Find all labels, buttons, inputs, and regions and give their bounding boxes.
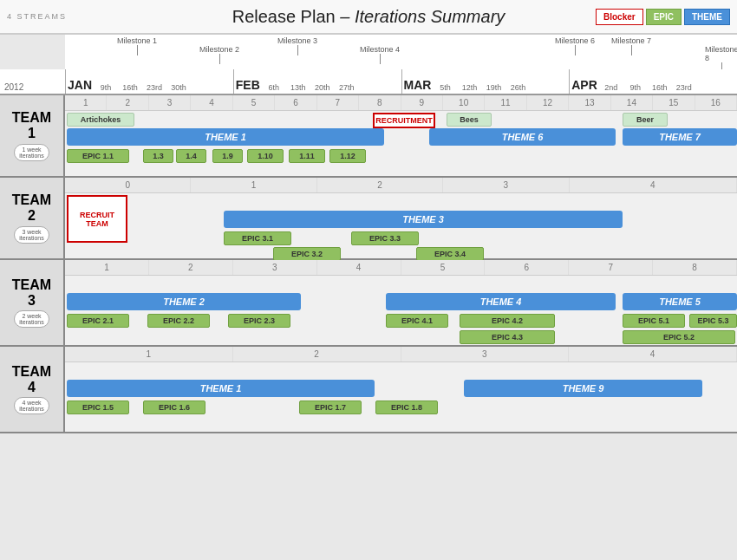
team-2-sprints: 0 1 2 3 4 — [65, 178, 737, 193]
epic-1-7: EPIC 1.7 — [299, 400, 362, 414]
team-1-label: TEAM1 1 weekiterations — [0, 95, 65, 176]
epic-1-3: 1.3 — [143, 149, 173, 163]
bees-task: Bees — [447, 113, 492, 127]
team-2-items: RECRUITTEAM THEME 3 EPIC 3.1 EPIC 3.3 EP… — [65, 193, 737, 258]
milestone-row: Milestone 1 Milestone 2 Milestone 3 Mile… — [65, 35, 737, 69]
month-mar: MAR 5th 12th 19th 26th — [401, 69, 570, 94]
theme-9-t4: THEME 9 — [464, 380, 702, 397]
epic-1-8: EPIC 1.8 — [375, 400, 438, 414]
theme-4-t3: THEME 4 — [386, 293, 616, 310]
epic-4-1: EPIC 4.1 — [386, 314, 448, 328]
theme-1-t4: THEME 1 — [67, 380, 375, 397]
month-apr: APR 2nd 9th 16th 23rd — [569, 69, 737, 94]
theme-1-t1: THEME 1 — [67, 128, 384, 146]
epic-1-4: 1.4 — [176, 149, 206, 163]
team-1-iterations: 1 weekiterations — [14, 144, 49, 161]
team-3-content: 1 2 3 4 5 6 7 8 THEME 2 THEME 4 THEME 5 … — [65, 260, 737, 345]
team-3-sprints: 1 2 3 4 5 6 7 8 — [65, 260, 737, 276]
month-feb: FEB 6th 13th 20th 27th — [233, 69, 401, 94]
epic-1-12: 1.12 — [329, 149, 366, 163]
team-4-content: 1 2 3 4 THEME 1 THEME 9 EPIC 1.5 EPIC 1.… — [65, 347, 737, 432]
badge-blocker[interactable]: Blocker — [596, 9, 643, 25]
epic-4-3: EPIC 4.3 — [460, 330, 555, 344]
team-2-row: TEAM2 3 weekiterations 0 1 2 3 4 RECRUIT… — [0, 178, 737, 260]
team-4-items: THEME 1 THEME 9 EPIC 1.5 EPIC 1.6 EPIC 1… — [65, 362, 737, 432]
team-3-row: TEAM3 2 weekiterations 1 2 3 4 5 6 7 8 T… — [0, 260, 737, 347]
epic-4-2: EPIC 4.2 — [460, 314, 555, 328]
theme-6-t1: THEME 6 — [429, 128, 616, 146]
epic-2-2: EPIC 2.2 — [147, 314, 210, 328]
epic-3-2: EPIC 3.2 — [273, 247, 341, 261]
epic-3-3: EPIC 3.3 — [351, 231, 419, 245]
team-2-content: 0 1 2 3 4 RECRUITTEAM THEME 3 EPIC 3.1 E… — [65, 178, 737, 258]
team-1-sprints: 12345678910111213141516 — [65, 95, 737, 111]
team-1-row: TEAM1 1 weekiterations 12345678910111213… — [0, 95, 737, 178]
epic-1-6: EPIC 1.6 — [143, 400, 205, 414]
team-1-content: 12345678910111213141516 Artichokes RECRU… — [65, 95, 737, 176]
team-4-row: TEAM4 4 weekiterations 1 2 3 4 THEME 1 T… — [0, 347, 737, 433]
team-4-sprints: 1 2 3 4 — [65, 347, 737, 362]
artichokes-task: Artichokes — [67, 113, 134, 127]
team-1-items: Artichokes RECRUITMENT Bees Beer THEME 1… — [65, 111, 737, 176]
year-label: 2012 — [4, 82, 23, 92]
badges-area: Blocker EPIC THEME — [596, 9, 730, 25]
team-3-name: TEAM3 — [12, 277, 51, 308]
date-row: 2012 JAN 9th 16th 23rd 30th FEB 6th 13th… — [0, 69, 737, 95]
team-1-name: TEAM1 — [12, 110, 51, 140]
beer-task: Beer — [623, 113, 668, 127]
streams-label: 4 STREAMS — [7, 12, 67, 21]
team-2-name: TEAM2 — [12, 192, 51, 223]
badge-epic[interactable]: EPIC — [646, 9, 682, 25]
team-4-name: TEAM4 — [12, 364, 51, 394]
milestone-4: Milestone 4 — [360, 45, 400, 64]
team-3-label: TEAM3 2 weekiterations — [0, 260, 65, 345]
theme-7-t1: THEME 7 — [623, 128, 737, 146]
epic-1-5: EPIC 1.5 — [67, 400, 129, 414]
epic-1-10: 1.10 — [247, 149, 284, 163]
team-2-label: TEAM2 3 weekiterations — [0, 178, 65, 258]
epic-3-4: EPIC 3.4 — [416, 247, 484, 261]
month-jan: JAN 9th 16th 23rd 30th — [65, 69, 233, 94]
theme-3-t2: THEME 3 — [224, 211, 623, 228]
team-4-iterations: 4 weekiterations — [14, 397, 49, 414]
team-2-iterations: 3 weekiterations — [14, 226, 49, 244]
milestone-1: Milestone 1 — [117, 36, 157, 55]
theme-2-t3: THEME 2 — [67, 293, 301, 310]
page: 4 STREAMS Release Plan – Iterations Summ… — [0, 0, 737, 560]
epic-2-1: EPIC 2.1 — [67, 314, 129, 328]
team-3-items: THEME 2 THEME 4 THEME 5 EPIC 2.1 EPIC 2.… — [65, 276, 737, 345]
team-3-iterations: 2 weekiterations — [14, 310, 49, 328]
milestone-3: Milestone 3 — [277, 36, 317, 55]
epic-3-1: EPIC 3.1 — [224, 231, 291, 245]
badge-theme[interactable]: THEME — [684, 9, 730, 25]
milestone-6: Milestone 6 — [555, 36, 595, 55]
epic-5-2: EPIC 5.2 — [623, 330, 735, 344]
epic-1-1: EPIC 1.1 — [67, 149, 129, 163]
epic-5-3: EPIC 5.3 — [689, 314, 737, 328]
team-4-label: TEAM4 4 weekiterations — [0, 347, 65, 432]
epic-2-3: EPIC 2.3 — [228, 314, 290, 328]
epic-1-9: 1.9 — [212, 149, 243, 163]
header: 4 STREAMS Release Plan – Iterations Summ… — [0, 0, 737, 35]
epic-1-11: 1.11 — [289, 149, 325, 163]
recruit-team-task: RECRUITTEAM — [67, 195, 127, 243]
milestone-7: Milestone 7 — [611, 36, 651, 55]
theme-5-t3: THEME 5 — [623, 293, 737, 310]
months-area: JAN 9th 16th 23rd 30th FEB 6th 13th 20th… — [65, 69, 737, 94]
milestone-2: Milestone 2 — [199, 45, 239, 64]
epic-5-1: EPIC 5.1 — [623, 314, 685, 328]
page-title: Release Plan – Iterations Summary — [232, 7, 505, 27]
recruitment-task: RECRUITMENT — [373, 113, 435, 128]
